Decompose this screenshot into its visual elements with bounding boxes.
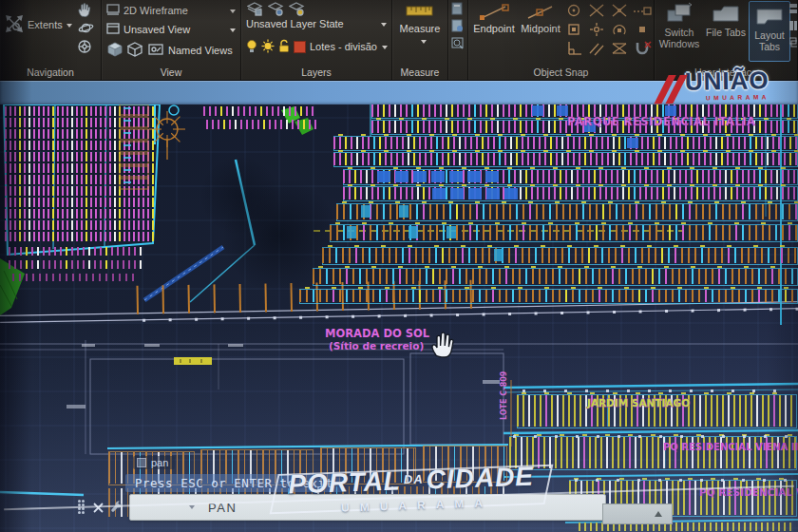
osnap-perpendicular-icon[interactable] (563, 40, 585, 58)
scroll-up-icon (655, 511, 662, 517)
osnap-intersection-icon[interactable] (586, 2, 608, 20)
uniao-name: UNIÃO (685, 67, 770, 94)
named-views-label: Named Views (168, 45, 233, 56)
layer-unlock-icon[interactable] (277, 39, 291, 53)
osnap-center-icon[interactable] (563, 2, 585, 20)
view-dropdown-value: Unsaved View (124, 24, 190, 35)
switch-windows-label: Switch Windows (656, 27, 702, 49)
layout-tabs-icon (755, 5, 784, 28)
cube-solid-icon[interactable] (107, 42, 123, 57)
measure-button[interactable]: Measure (392, 23, 447, 34)
view-dropdown[interactable]: Unsaved View (124, 24, 236, 35)
command-echo-text: pan (151, 457, 168, 468)
layer-on-bulb-icon[interactable] (245, 39, 258, 53)
ribbon-panel-clipboard (448, 0, 468, 80)
command-echo-row: pan (133, 456, 175, 469)
mini-scrollbar[interactable] (602, 504, 673, 524)
steering-wheel-icon[interactable] (77, 39, 92, 54)
named-views-button[interactable]: Named Views (168, 45, 233, 56)
zoom-extents-button[interactable]: Extents (28, 19, 72, 30)
view-thumb-icon (106, 23, 121, 35)
osnap-node-icon[interactable] (586, 21, 608, 39)
panel-label-view: View (102, 66, 240, 78)
measure-ruler-icon (406, 6, 434, 17)
switch-windows-button[interactable]: Switch Windows (656, 2, 702, 49)
osnap-geometric-center-icon[interactable] (609, 21, 631, 39)
portal-word1: PORTAL (288, 466, 402, 499)
osnap-extension-icon[interactable] (632, 2, 654, 20)
layer-freeze-sun-icon[interactable] (261, 39, 275, 53)
visual-style-value: 2D Wireframe (124, 5, 188, 16)
layer-properties-icon[interactable] (247, 2, 263, 16)
endpoint-snap-icon (478, 4, 510, 21)
label-morada-do-sol: MORADA DO SOL (325, 327, 430, 340)
wrench-icon[interactable] (109, 500, 124, 515)
panel-label-object-snap: Object Snap (468, 66, 654, 78)
layer-state-icon[interactable] (268, 2, 284, 16)
measure-flyout-caret[interactable] (421, 40, 427, 44)
window-tile-icons[interactable] (789, 4, 798, 57)
label-lote-vertical: LOTE C-809 (500, 370, 508, 420)
osnap-insert-icon[interactable] (632, 21, 654, 39)
ribbon-panel-navigation: Extents Navigation (0, 0, 102, 80)
panel-label-navigation: Navigation (0, 66, 101, 78)
label-jardim-santiago: JARDIM SANTIAGO (586, 397, 690, 408)
cube-wire-icon[interactable] (127, 42, 142, 57)
layout-tabs-button[interactable]: Layout Tabs (749, 1, 790, 62)
portal-word3: CIDADE (426, 462, 534, 495)
ribbon-panel-layers: Unsaved Layer State Lotes - divisão Laye… (241, 0, 392, 80)
ribbon-panel-measure: Measure Measure (392, 0, 448, 80)
visual-style-icon (106, 4, 121, 16)
doc-icon-1[interactable] (451, 2, 465, 15)
endpoint-snap-label: Endpoint (470, 23, 518, 34)
file-tabs-label: File Tabs (705, 27, 747, 38)
osnap-quadrant-icon[interactable] (563, 21, 585, 39)
uniao-logo-icon (661, 75, 681, 104)
doc-icon-3[interactable] (451, 36, 465, 49)
switch-windows-icon (666, 2, 693, 25)
midpoint-snap-icon (524, 4, 557, 21)
layer-dropdown-value: Lotes - divisão (310, 41, 377, 52)
label-morada-sub: (Sítio de recreio) (329, 340, 424, 352)
pan-icon[interactable] (76, 1, 93, 18)
photographed-screen: Extents Navigation 2D Wireframe Unsaved … (0, 0, 798, 532)
layer-color-swatch[interactable] (294, 41, 306, 53)
panel-label-layers: Layers (241, 66, 391, 78)
midpoint-snap-button[interactable]: Midpoint (518, 4, 563, 34)
panel-label-measure: Measure (392, 66, 447, 78)
command-echo-icon (137, 458, 146, 467)
osnap-nearest-icon[interactable] (609, 40, 631, 58)
file-tabs-button[interactable]: File Tabs (705, 2, 747, 38)
command-options-caret[interactable] (189, 505, 195, 509)
layer-dropdown[interactable]: Lotes - divisão (310, 41, 388, 52)
orbit-icon[interactable] (78, 21, 94, 35)
file-tabs-icon (712, 2, 740, 25)
visual-style-dropdown[interactable]: 2D Wireframe (124, 5, 236, 16)
uniao-watermark: UNIÃO UMUARAMA (661, 67, 797, 104)
layer-state-value: Unsaved Layer State (246, 18, 344, 29)
portal-word2: DA (404, 472, 424, 487)
zoom-extents-icon (4, 13, 25, 34)
ribbon-panel-view: 2D Wireframe Unsaved View Named Views Vi… (102, 0, 241, 80)
zoom-extents-label: Extents (28, 19, 63, 30)
osnap-off-magnet-icon[interactable] (632, 40, 654, 58)
layer-isolate-icon[interactable] (289, 2, 305, 16)
label-pq-viena-ii: PQ RESIDENCIAL VIENA II (663, 442, 798, 452)
midpoint-snap-label: Midpoint (518, 23, 563, 34)
ribbon-panel-object-snap: Endpoint Midpoint Object Snap (468, 0, 655, 80)
doc-icon-2[interactable] (451, 19, 465, 32)
osnap-apparent-intersection-icon[interactable] (609, 2, 631, 20)
endpoint-snap-button[interactable]: Endpoint (470, 4, 518, 34)
named-views-icon (148, 43, 164, 56)
layer-state-dropdown[interactable]: Unsaved Layer State (246, 18, 387, 29)
osnap-parallel-icon[interactable] (586, 40, 608, 58)
measure-button-label: Measure (400, 23, 441, 34)
label-parque-italia: PARQUE RESIDENCIAL ITALIA (567, 115, 756, 128)
layout-tabs-label: Layout Tabs (750, 29, 789, 52)
